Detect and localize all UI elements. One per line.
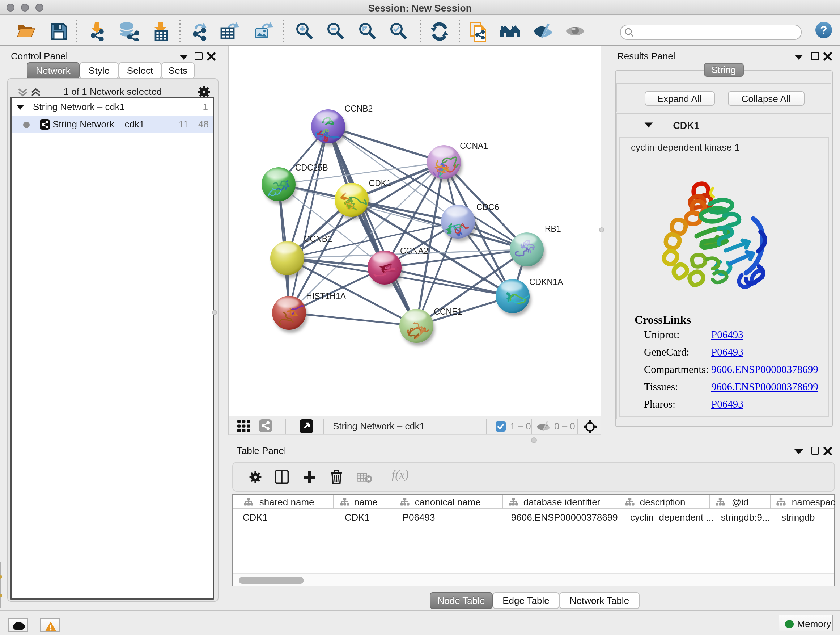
svg-text:CCNA2: CCNA2 — [400, 246, 428, 255]
svg-text:CCNA1: CCNA1 — [460, 141, 488, 150]
svg-text:CCNB2: CCNB2 — [344, 103, 373, 113]
svg-text:CCNE1: CCNE1 — [434, 307, 462, 316]
svg-text:CDC6: CDC6 — [477, 202, 499, 211]
svg-text:CDKN1A: CDKN1A — [529, 277, 563, 287]
svg-text:?: ? — [820, 23, 827, 36]
svg-text:HIST1H1A: HIST1H1A — [306, 291, 346, 301]
svg-text:CDK1: CDK1 — [369, 178, 391, 187]
svg-text:CCNB1: CCNB1 — [304, 234, 332, 243]
svg-text:CDC25B: CDC25B — [295, 163, 328, 172]
svg-text:RB1: RB1 — [545, 224, 561, 233]
